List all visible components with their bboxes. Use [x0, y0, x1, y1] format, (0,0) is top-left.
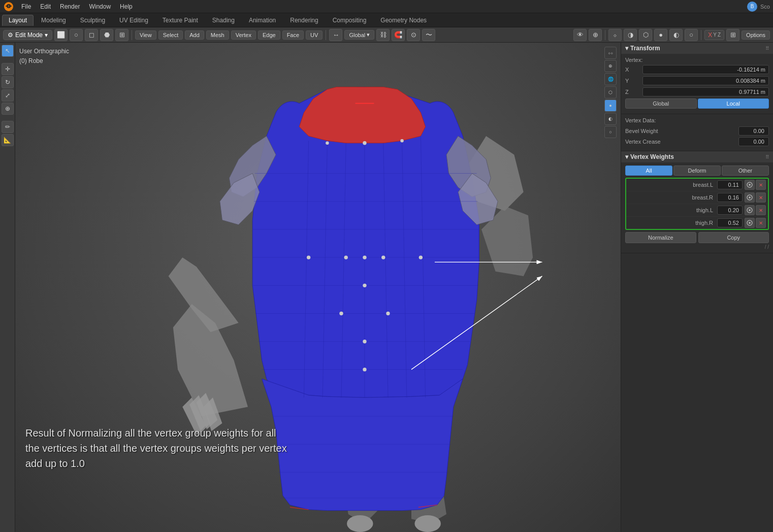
bevel-weight-label: Bevel Weight [625, 128, 738, 134]
options-btn[interactable]: Options [742, 30, 770, 40]
vw-select-btn-2[interactable] [745, 205, 755, 215]
vw-value-2[interactable]: 0.20 [717, 206, 743, 215]
eye-icon[interactable]: 👁 [573, 29, 587, 41]
vw-delete-btn-0[interactable]: ✕ [756, 180, 766, 190]
svg-point-42 [307, 255, 310, 259]
select-menu[interactable]: Select [158, 30, 183, 40]
vw-row-0: breast.L 0.11 ✕ [626, 179, 768, 191]
vw-select-btn-1[interactable] [745, 192, 755, 203]
proportional-icon[interactable]: ⊙ [407, 29, 420, 41]
vw-filter-tabs: All Deform Other [625, 165, 769, 176]
vertex-crease-label: Vertex Crease [625, 139, 738, 145]
vw-tab-deform[interactable]: Deform [673, 165, 721, 176]
vw-select-btn-3[interactable] [745, 218, 755, 228]
viewport-3d[interactable]: User Orthographic (0) Robe [15, 43, 621, 532]
tab-texture-paint[interactable]: Texture Paint [156, 15, 205, 26]
tab-animation[interactable]: Animation [242, 15, 282, 26]
bevel-weight-value[interactable]: 0.00 [738, 126, 769, 136]
nav-zoom[interactable]: 🌐 [604, 73, 617, 85]
shading-icon[interactable]: ◑ [624, 29, 637, 41]
nav-overlay[interactable]: ⬦⬦ [604, 47, 617, 59]
global-toggle[interactable]: Global [625, 98, 697, 109]
x-label: X [625, 66, 640, 73]
measure-tool[interactable]: 📐 [2, 134, 14, 146]
viewport-shading-render[interactable]: ○ [685, 29, 698, 41]
tab-rendering[interactable]: Rendering [283, 15, 325, 26]
file-menu[interactable]: File [17, 2, 35, 11]
render-menu[interactable]: Render [56, 2, 84, 11]
overlay-icon[interactable]: ⬦ [608, 29, 622, 41]
transform-icon[interactable]: ↔ [329, 29, 342, 41]
tab-sculpting[interactable]: Sculpting [74, 15, 112, 26]
select-box-tool[interactable]: ⬜ [54, 29, 68, 41]
tab-modeling[interactable]: Modeling [35, 15, 73, 26]
vw-delete-btn-3[interactable]: ✕ [756, 218, 766, 228]
add-menu[interactable]: Add [185, 30, 204, 40]
vertex-weights-header[interactable]: ▾ Vertex Weights ⠿ [621, 151, 773, 162]
help-menu[interactable]: Help [116, 2, 137, 11]
vw-value-0[interactable]: 0.11 [717, 180, 743, 189]
grid-snap-icon[interactable]: ⊞ [726, 29, 739, 41]
z-value[interactable]: 0.97711 m [642, 87, 769, 96]
vw-delete-btn-2[interactable]: ✕ [756, 205, 766, 215]
edit-menu[interactable]: Edit [36, 2, 55, 11]
mesh-menu[interactable]: Mesh [206, 30, 229, 40]
right-properties-panel: ▾ Transform ⠿ Vertex: X -0.16214 m Y 0.0… [621, 43, 773, 532]
scale-tool[interactable]: ⤢ [2, 89, 14, 102]
nav-gizmo[interactable]: ⊕ [604, 60, 617, 72]
grid-tool[interactable]: ⊞ [115, 29, 128, 41]
circle-tool[interactable]: ○ [70, 29, 83, 41]
nav-shading-solid[interactable]: ● [604, 99, 617, 112]
wave-icon[interactable]: 〜 [422, 29, 435, 41]
uv-menu[interactable]: UV [306, 30, 323, 40]
viewport-shading-material[interactable]: ◐ [669, 29, 683, 41]
normalize-btn[interactable]: Normalize [625, 232, 696, 243]
lasso-tool[interactable]: ◻ [85, 29, 98, 41]
vw-select-btn-0[interactable] [745, 180, 755, 190]
rotate-tool[interactable]: ↻ [2, 76, 14, 88]
transform-tool[interactable]: ⊕ [2, 103, 14, 115]
vw-tab-other[interactable]: Other [722, 165, 769, 176]
svg-point-16 [347, 515, 373, 532]
vw-name-1: breast.R [628, 194, 717, 201]
y-value[interactable]: 0.008384 m [642, 76, 769, 85]
tab-geometry-nodes[interactable]: Geometry Nodes [374, 15, 433, 26]
tab-uv-editing[interactable]: UV Editing [113, 15, 155, 26]
transform-section: ▾ Transform ⠿ Vertex: X -0.16214 m Y 0.0… [621, 43, 773, 114]
extra-tool[interactable]: ⬣ [100, 29, 113, 41]
local-toggle[interactable]: Local [698, 98, 769, 109]
vw-value-1[interactable]: 0.16 [717, 193, 743, 202]
mode-dropdown[interactable]: ⚙ Edit Mode ▾ [3, 30, 52, 40]
annotate-tool[interactable]: ✏ [2, 121, 14, 133]
axis-constraint[interactable]: X Y Z [704, 30, 724, 40]
nav-shading-render[interactable]: ○ [604, 126, 617, 138]
collapse-icon: ▾ [625, 45, 628, 52]
copy-btn[interactable]: Copy [698, 232, 769, 243]
move-tool[interactable]: ✛ [2, 63, 14, 75]
edge-menu[interactable]: Edge [258, 30, 280, 40]
nav-shading-wire[interactable]: ⬡ [604, 86, 617, 98]
link-icon[interactable]: ⛓ [376, 29, 390, 41]
tab-compositing[interactable]: Compositing [326, 15, 373, 26]
view-menu[interactable]: View [135, 30, 156, 40]
nav-shading-mat[interactable]: ◐ [604, 113, 617, 125]
tab-shading[interactable]: Shading [206, 15, 241, 26]
tab-layout[interactable]: Layout [2, 15, 34, 26]
vertex-crease-value[interactable]: 0.00 [738, 137, 769, 146]
transform-section-header[interactable]: ▾ Transform ⠿ [621, 43, 773, 54]
viewport-shading-wire[interactable]: ⬡ [639, 29, 652, 41]
global-selector[interactable]: Global ▾ [344, 30, 374, 40]
vw-menu-icon: ⠿ [765, 154, 769, 160]
vw-delete-btn-1[interactable]: ✕ [756, 192, 766, 203]
svg-point-40 [326, 142, 329, 145]
cursor-icon[interactable]: ⊕ [589, 29, 602, 41]
x-value[interactable]: -0.16214 m [642, 65, 769, 74]
window-menu[interactable]: Window [85, 2, 115, 11]
vw-tab-all[interactable]: All [625, 165, 672, 176]
vertex-menu[interactable]: Vertex [231, 30, 256, 40]
viewport-shading-solid[interactable]: ● [654, 29, 667, 41]
face-menu[interactable]: Face [282, 30, 304, 40]
cursor-tool[interactable]: ↖ [2, 45, 14, 57]
vw-value-3[interactable]: 0.52 [717, 218, 743, 227]
snap-icon[interactable]: 🧲 [392, 29, 405, 41]
